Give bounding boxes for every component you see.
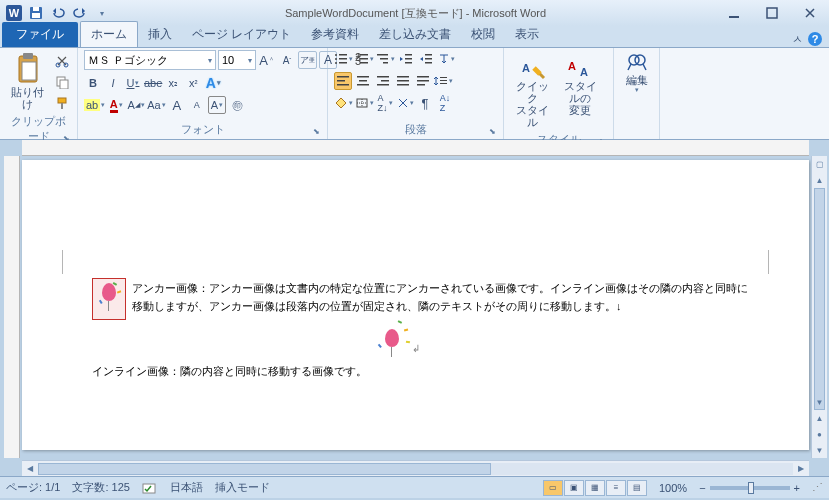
change-styles-button[interactable]: AA スタイルの 変更	[558, 50, 602, 118]
resize-grip-icon[interactable]: ⋰	[812, 481, 823, 494]
font-name-combo[interactable]: ＭＳ Ｐゴシック	[84, 50, 216, 70]
font-launcher-icon[interactable]: ⬊	[311, 127, 321, 137]
bullets-icon[interactable]	[334, 50, 353, 68]
ruby-icon[interactable]: ア亜	[298, 51, 317, 69]
copy-icon[interactable]	[53, 73, 71, 91]
tab-review[interactable]: 校閲	[461, 22, 505, 47]
char-border-icon[interactable]: A	[208, 96, 226, 114]
tab-mailmerge[interactable]: 差し込み文書	[369, 22, 461, 47]
line-spacing-icon[interactable]	[434, 72, 453, 90]
asian-layout-icon[interactable]	[396, 94, 414, 112]
italic-button[interactable]: I	[104, 74, 122, 92]
svg-rect-5	[729, 16, 739, 18]
zoom-level[interactable]: 100%	[659, 482, 687, 494]
maximize-button[interactable]	[757, 4, 787, 22]
show-marks-icon[interactable]: ¶	[416, 94, 434, 112]
tab-layout[interactable]: ページ レイアウト	[182, 22, 301, 47]
indent-inc-icon[interactable]	[417, 50, 435, 68]
text-effects-icon[interactable]: A	[204, 74, 222, 92]
horizontal-ruler[interactable]	[22, 140, 809, 156]
tab-home[interactable]: ホーム	[80, 21, 138, 47]
grow-font-icon[interactable]: A＾	[258, 51, 276, 69]
shrink-font-icon[interactable]: Aˇ	[278, 51, 296, 69]
format-painter-icon[interactable]	[53, 94, 71, 112]
fullscreen-view-icon[interactable]: ▣	[564, 480, 584, 496]
paste-button[interactable]: 貼り付け	[6, 50, 49, 112]
save-icon[interactable]	[26, 3, 46, 23]
ruler-toggle-icon[interactable]: ▢	[812, 156, 827, 172]
insert-mode[interactable]: 挿入モード	[215, 480, 270, 495]
print-layout-view-icon[interactable]: ▭	[543, 480, 563, 496]
help-icon[interactable]: ?	[807, 31, 823, 47]
bold-button[interactable]: B	[84, 74, 102, 92]
paragraph-launcher-icon[interactable]: ⬊	[487, 127, 497, 137]
app-icon[interactable]: W	[4, 3, 24, 23]
multilevel-icon[interactable]	[376, 50, 395, 68]
browse-object-icon[interactable]: ●	[812, 426, 827, 442]
text-direction-icon[interactable]	[437, 50, 455, 68]
change-case-icon[interactable]: Aa	[147, 96, 165, 114]
align-justify-icon[interactable]	[394, 72, 412, 90]
grow-font2-icon[interactable]: A	[168, 96, 186, 114]
draft-view-icon[interactable]: ▤	[627, 480, 647, 496]
qat-customize-icon[interactable]: ▾	[92, 3, 112, 23]
next-page-icon[interactable]: ▼	[812, 442, 827, 458]
zoom-in-icon[interactable]: +	[794, 482, 800, 494]
zoom-thumb[interactable]	[748, 482, 754, 494]
document-content[interactable]: アンカー画像：アンカー画像は文書内の特定な位置にアンカーされている画像です。イン…	[92, 280, 749, 381]
borders-icon[interactable]	[355, 94, 374, 112]
spellcheck-icon[interactable]	[142, 481, 158, 495]
zoom-slider[interactable]: − +	[699, 482, 800, 494]
horizontal-scrollbar[interactable]: ◀ ▶	[22, 460, 809, 476]
redo-icon[interactable]	[70, 3, 90, 23]
char-shading-icon[interactable]: A◢	[127, 96, 145, 114]
editing-button[interactable]: 編集 ▾	[620, 50, 653, 96]
inline-image[interactable]: ↲	[372, 321, 420, 357]
font-size-combo[interactable]: 10	[218, 50, 256, 70]
web-view-icon[interactable]: ▦	[585, 480, 605, 496]
quick-styles-button[interactable]: A クイック スタイル	[510, 50, 554, 130]
strike-button[interactable]: abe	[144, 74, 162, 92]
ribbon-minimize-icon[interactable]: ㅅ	[792, 32, 803, 47]
scroll-right-icon[interactable]: ▶	[793, 464, 809, 473]
prev-page-icon[interactable]: ▲	[812, 410, 827, 426]
page-status[interactable]: ページ: 1/1	[6, 480, 60, 495]
tab-reference[interactable]: 参考資料	[301, 22, 369, 47]
shading-icon[interactable]	[334, 94, 353, 112]
superscript-button[interactable]: x²	[184, 74, 202, 92]
tab-insert[interactable]: 挿入	[138, 22, 182, 47]
circled-char-icon[interactable]: ㊞	[228, 96, 246, 114]
align-dist-icon[interactable]	[414, 72, 432, 90]
tab-view[interactable]: 表示	[505, 22, 549, 47]
font-color-icon[interactable]: A	[107, 96, 125, 114]
underline-button[interactable]: U	[124, 74, 142, 92]
close-button[interactable]	[795, 4, 825, 22]
align-center-icon[interactable]	[354, 72, 372, 90]
highlight-icon[interactable]: ab	[84, 96, 105, 114]
shrink-font2-icon[interactable]: A	[188, 96, 206, 114]
language-status[interactable]: 日本語	[170, 480, 203, 495]
indent-dec-icon[interactable]	[397, 50, 415, 68]
align-left-icon[interactable]	[334, 72, 352, 90]
page[interactable]: アンカー画像：アンカー画像は文書内の特定な位置にアンカーされている画像です。イン…	[22, 160, 809, 450]
tab-file[interactable]: ファイル	[2, 22, 78, 47]
hscroll-thumb[interactable]	[38, 463, 491, 475]
clipboard-label: クリップボード	[11, 115, 66, 142]
scroll-down-icon[interactable]: ▼	[812, 394, 827, 410]
scroll-thumb[interactable]	[814, 188, 825, 410]
vertical-ruler[interactable]	[4, 156, 20, 458]
scroll-left-icon[interactable]: ◀	[22, 464, 38, 473]
align-right-icon[interactable]	[374, 72, 392, 90]
outline-view-icon[interactable]: ≡	[606, 480, 626, 496]
zoom-out-icon[interactable]: −	[699, 482, 705, 494]
scroll-up-icon[interactable]: ▲	[812, 172, 827, 188]
sort-icon[interactable]: AZ↓	[376, 94, 394, 112]
vertical-scrollbar[interactable]: ▢ ▲ ▼ ▲ ● ▼	[811, 156, 827, 458]
numbering-icon[interactable]: 123	[355, 50, 374, 68]
undo-icon[interactable]	[48, 3, 68, 23]
sort2-icon[interactable]: A↓Z	[436, 94, 454, 112]
cut-icon[interactable]	[53, 52, 71, 70]
word-count[interactable]: 文字数: 125	[72, 480, 129, 495]
minimize-button[interactable]	[719, 4, 749, 22]
subscript-button[interactable]: x₂	[164, 74, 182, 92]
